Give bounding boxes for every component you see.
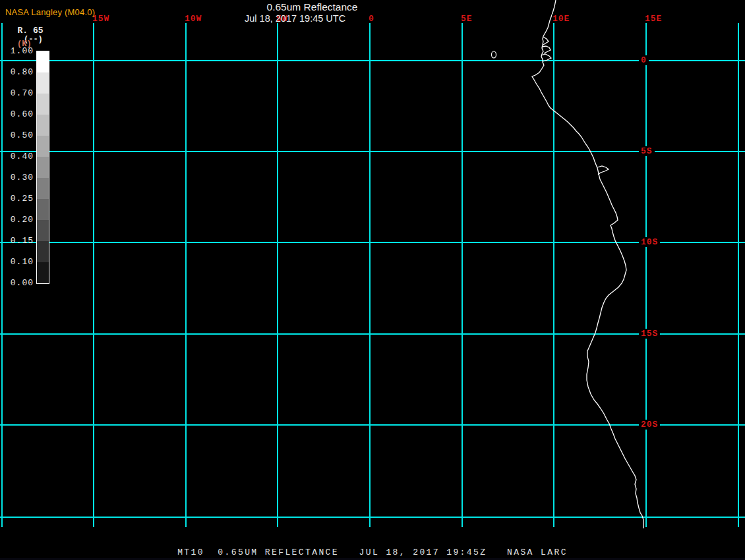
colorbar-tick-0.15: 0.15 bbox=[4, 236, 34, 246]
lat-label-0: 0 bbox=[639, 55, 649, 65]
colorbar-kelvin-label: (K) bbox=[17, 40, 32, 49]
island-outline bbox=[492, 51, 496, 58]
colorbar-tick-0.80: 0.80 bbox=[4, 67, 34, 77]
colorbar-tick-0.25: 0.25 bbox=[4, 194, 34, 204]
lat-label-5S: 5S bbox=[639, 146, 655, 156]
colorbar-gradient-bar bbox=[36, 51, 49, 284]
colorbar-tick-0.70: 0.70 bbox=[4, 88, 34, 98]
colorbar-segment bbox=[37, 262, 49, 283]
colorbar-tick-0.40: 0.40 bbox=[4, 152, 34, 161]
lat-label-10S: 10S bbox=[639, 237, 660, 247]
page-title: 0.65um Reflectance bbox=[225, 1, 399, 13]
colorbar-segment bbox=[37, 241, 49, 262]
lat-label-20S: 20S bbox=[639, 420, 660, 430]
colorbar-segment bbox=[37, 115, 49, 136]
colorbar-segment bbox=[37, 199, 49, 220]
colorbar-segment bbox=[37, 72, 49, 94]
lon-label-10W: 10W bbox=[184, 14, 202, 23]
colorbar-tick-0.50: 0.50 bbox=[4, 130, 34, 140]
coastline-detail bbox=[543, 37, 549, 45]
coastline-path bbox=[532, 0, 643, 528]
lon-label-5E: 5E bbox=[460, 14, 473, 23]
nasa-langley-credit: NASA Langley (M04.0) bbox=[5, 7, 95, 17]
colorbar-segment bbox=[37, 178, 49, 199]
colorbar-tick-0.00: 0.00 bbox=[4, 278, 34, 288]
coastline-detail bbox=[597, 166, 609, 175]
lat-label-15S: 15S bbox=[639, 329, 660, 339]
colorbar-tick-0.30: 0.30 bbox=[4, 173, 34, 182]
colorbar-tick-0.10: 0.10 bbox=[4, 257, 34, 267]
colorbar-tick-0.20: 0.20 bbox=[4, 215, 34, 225]
lon-label-15E: 15E bbox=[644, 14, 663, 23]
colorbar-segment bbox=[37, 220, 49, 241]
timestamp-subtitle: Jul 18, 2017 19:45 UTC bbox=[245, 13, 383, 24]
colorbar-title: R. 65 bbox=[13, 26, 47, 36]
colorbar-segment bbox=[37, 94, 49, 115]
colorbar-segment bbox=[37, 136, 49, 157]
colorbar-segment bbox=[37, 51, 49, 72]
status-bar: MT10 0.65UM REFLECTANCE JUL 18, 2017 19:… bbox=[0, 547, 745, 558]
lon-label-10E: 10E bbox=[552, 14, 570, 23]
satellite-viewer-screen: NASA Langley (M04.0) 0.65um Reflectance … bbox=[0, 0, 745, 560]
colorbar-tick-0.60: 0.60 bbox=[4, 109, 34, 119]
map-canvas bbox=[0, 0, 745, 560]
colorbar-segment bbox=[37, 157, 49, 178]
